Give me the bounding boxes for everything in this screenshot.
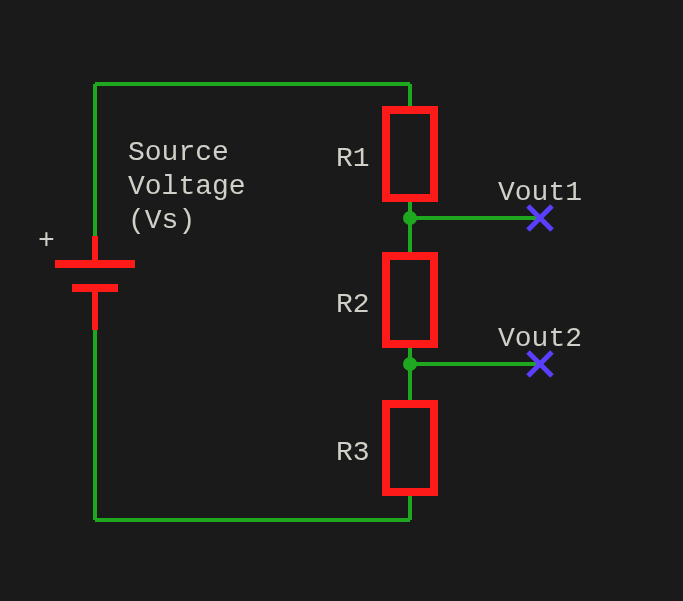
source-label-1: Source [128,137,229,168]
r1-label: R1 [336,143,370,174]
resistor-r3 [386,404,434,492]
node-vout2 [403,357,417,371]
r2-label: R2 [336,289,370,320]
resistor-r1 [386,110,434,198]
source-label-2: Voltage [128,171,246,202]
resistor-r2 [386,256,434,344]
polarity-plus: + [38,225,55,256]
vout1-label: Vout1 [498,177,582,208]
vout2-label: Vout2 [498,323,582,354]
voltage-source [55,236,135,330]
voltage-divider-circuit: + Source Voltage (Vs) R1 R2 R3 Vout1 Vou… [0,0,683,601]
source-label-3: (Vs) [128,205,195,236]
node-vout1 [403,211,417,225]
r3-label: R3 [336,437,370,468]
